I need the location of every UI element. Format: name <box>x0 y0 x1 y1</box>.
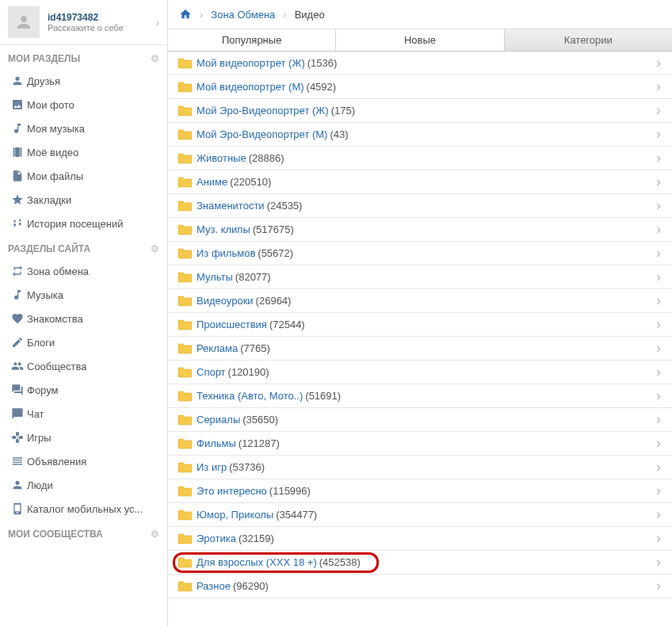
folder-count: (53736) <box>229 461 265 473</box>
nav-label: Люди <box>27 479 53 491</box>
folder-row[interactable]: Мой видеопортрет (М) (4592)› <box>168 75 672 99</box>
person-icon <box>8 479 27 491</box>
folder-icon <box>178 319 192 330</box>
folder-row[interactable]: Мой Эро-Видеопортрет (Ж) (175)› <box>168 99 672 123</box>
folder-row[interactable]: Эротика (32159)› <box>168 527 672 551</box>
nav-my-item-6[interactable]: История посещений <box>0 212 167 235</box>
nav-site-item-10[interactable]: Каталог мобильных ус... <box>0 497 167 521</box>
pencil-icon <box>8 336 27 349</box>
photo-icon <box>8 98 27 111</box>
tab-categories[interactable]: Категории <box>505 29 672 51</box>
folder-row[interactable]: Это интересно (115996)› <box>168 479 672 503</box>
profile[interactable]: id41973482 Расскажите о себе › <box>0 0 167 45</box>
folder-row[interactable]: Знаменитости (24535)› <box>168 194 672 218</box>
nav-site-item-8[interactable]: Объявления <box>0 449 167 473</box>
folder-count: (28886) <box>249 152 284 164</box>
folder-name: Мой видеопортрет (М) <box>197 81 304 93</box>
gear-icon[interactable]: ⚙ <box>151 243 159 254</box>
chevron-right-icon: › <box>283 9 286 21</box>
folder-row[interactable]: Техника (Авто, Мото..) (51691)› <box>168 384 672 408</box>
nav-label: Форум <box>27 384 59 396</box>
chevron-right-icon: › <box>656 340 661 357</box>
nav-my-item-4[interactable]: Мои файлы <box>0 164 167 188</box>
folder-row[interactable]: Реклама (7765)› <box>168 337 672 361</box>
nav-site-item-6[interactable]: Чат <box>0 402 167 426</box>
folder-name: Эротика <box>197 532 236 544</box>
folder-row[interactable]: Аниме (220510)› <box>168 170 672 194</box>
profile-about[interactable]: Расскажите о себе <box>48 23 156 32</box>
chevron-right-icon: › <box>656 269 661 285</box>
folder-count: (51691) <box>305 390 341 402</box>
folder-row[interactable]: Из фильмов (55672)› <box>168 242 672 265</box>
chevron-right-icon: › <box>656 292 661 309</box>
nav-my-item-3[interactable]: Моё видео <box>0 140 167 164</box>
section-header-site: РАЗДЕЛЫ САЙТА ⚙ <box>0 235 167 259</box>
nav-my-item-2[interactable]: Моя музыка <box>0 116 167 140</box>
folder-count: (26964) <box>256 295 292 307</box>
breadcrumb-link[interactable]: Зона Обмена <box>211 9 275 21</box>
games-icon <box>8 431 27 444</box>
folder-name: Это интересно <box>197 485 267 497</box>
folder-row[interactable]: Спорт (120190)› <box>168 361 672 384</box>
folder-row[interactable]: Сериалы (35650)› <box>168 408 672 432</box>
chat-icon <box>8 407 27 420</box>
folder-row[interactable]: Фильмы (121287)› <box>168 432 672 456</box>
gear-icon[interactable]: ⚙ <box>151 53 159 64</box>
chevron-right-icon: › <box>656 78 661 95</box>
nav-my-item-5[interactable]: Закладки <box>0 188 167 212</box>
nav-label: Знакомства <box>27 313 83 325</box>
nav-my-item-0[interactable]: Друзья <box>0 69 167 93</box>
nav-site-item-9[interactable]: Люди <box>0 473 167 497</box>
folder-row[interactable]: Видеоуроки (26964)› <box>168 289 672 313</box>
nav-label: Мои фото <box>27 99 74 111</box>
breadcrumb: › Зона Обмена › Видео <box>168 0 672 29</box>
gear-icon[interactable]: ⚙ <box>151 529 159 540</box>
nav-site-item-7[interactable]: Игры <box>0 426 167 449</box>
tabs: Популярные Новые Категории <box>168 29 672 52</box>
nav-site-item-2[interactable]: Знакомства <box>0 307 167 330</box>
nav-site-item-0[interactable]: Зона обмена <box>0 259 167 283</box>
folder-row[interactable]: Для взрослых (XXX 18 +) (452538)› <box>168 551 672 574</box>
folder-count: (82077) <box>235 271 271 283</box>
folder-name: Происшествия <box>197 319 267 330</box>
chevron-right-icon: › <box>656 387 661 404</box>
nav-site-item-5[interactable]: Форум <box>0 378 167 402</box>
folder-name: Знаменитости <box>197 200 265 212</box>
folder-icon <box>178 129 192 140</box>
chevron-right-icon: › <box>656 459 661 475</box>
board-icon <box>8 455 27 468</box>
folder-count: (354477) <box>276 509 317 521</box>
folder-list: Мой видеопортрет (Ж) (1536)›Мой видеопор… <box>168 52 672 626</box>
nav-label: Друзья <box>27 75 60 87</box>
folder-row[interactable]: Мой Эро-Видеопортрет (М) (43)› <box>168 123 672 147</box>
folder-row[interactable]: Разное (96290)› <box>168 574 672 598</box>
folder-row[interactable]: Из игр (53736)› <box>168 456 672 479</box>
home-icon[interactable] <box>179 8 192 21</box>
nav-my-item-1[interactable]: Мои фото <box>0 93 167 116</box>
folder-row[interactable]: Юмор, Приколы (354477)› <box>168 503 672 527</box>
nav-site-item-1[interactable]: Музыка <box>0 283 167 307</box>
folder-row[interactable]: Мой видеопортрет (Ж) (1536)› <box>168 52 672 75</box>
exchange-icon <box>8 265 27 277</box>
phone-icon <box>8 502 27 515</box>
folder-name: Мой Эро-Видеопортрет (М) <box>197 128 327 140</box>
nav-label: Зона обмена <box>27 265 89 277</box>
tab-popular[interactable]: Популярные <box>168 29 336 51</box>
chevron-right-icon: › <box>656 364 661 380</box>
nav-label: Блоги <box>27 337 55 349</box>
tab-new[interactable]: Новые <box>336 29 504 51</box>
folder-count: (4592) <box>307 81 337 93</box>
folder-row[interactable]: Мульты (82077)› <box>168 265 672 289</box>
folder-row[interactable]: Животные (28886)› <box>168 147 672 170</box>
folder-name: Сериалы <box>197 414 240 426</box>
folder-row[interactable]: Муз. клипы (517675)› <box>168 218 672 242</box>
nav-site-item-4[interactable]: Сообщества <box>0 354 167 378</box>
folder-icon <box>178 200 192 212</box>
folder-row[interactable]: Происшествия (72544)› <box>168 313 672 337</box>
video-icon <box>8 146 27 158</box>
folder-name: Мой видеопортрет (Ж) <box>197 57 305 69</box>
folder-count: (96290) <box>233 580 269 592</box>
main: › Зона Обмена › Видео Популярные Новые К… <box>168 0 672 626</box>
nav-site-item-3[interactable]: Блоги <box>0 330 167 354</box>
folder-icon <box>178 105 192 116</box>
